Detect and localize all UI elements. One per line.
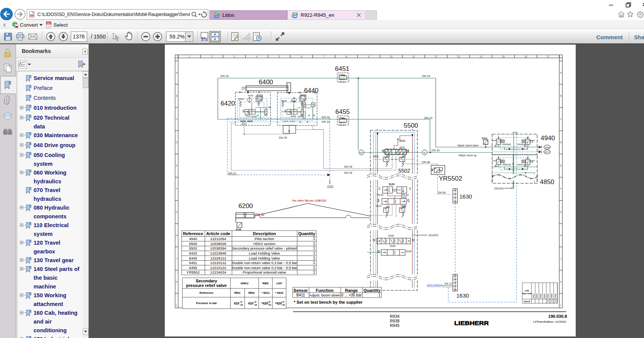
svg-text:-10: -10 (268, 304, 271, 306)
svg-text:H: H (560, 234, 562, 237)
svg-text:DN 06: DN 06 (422, 160, 430, 164)
svg-text:YRA5123: YRA5123 (517, 163, 526, 166)
svg-text:YR8550B: YR8550B (502, 143, 511, 146)
svg-text:0,5 bar: 0,5 bar (339, 124, 345, 126)
svg-text:6429: 6429 (248, 94, 253, 97)
svg-text:K: K (560, 280, 562, 283)
svg-text:6440: 6440 (189, 256, 197, 260)
svg-text:DN 25: DN 25 (344, 171, 352, 175)
svg-text:HDK2 section: HDK2 section (253, 242, 275, 246)
svg-text:R922: R922 (532, 293, 535, 298)
svg-text:*420: *420 (275, 301, 282, 305)
svg-text:5163: 5163 (406, 250, 412, 253)
svg-text:DN 10: DN 10 (422, 74, 430, 78)
svg-text:6442: 6442 (291, 115, 296, 117)
svg-text:4940: 4940 (189, 237, 197, 241)
svg-text:Adjust. boom down: Adjust. boom down (309, 293, 340, 297)
svg-text:K: K (176, 280, 178, 283)
svg-text:11: 11 (412, 55, 415, 58)
svg-text:C: C (176, 118, 178, 120)
svg-text:R945: R945 (390, 323, 399, 328)
svg-text:Secondary pressure relief valv: Secondary pressure relief valve - pilote… (232, 246, 297, 250)
svg-text:LFR: LFR (525, 290, 529, 292)
svg-text:6422: 6422 (245, 114, 251, 117)
svg-text:For other DN see 12587222: For other DN see 12587222 (292, 199, 327, 202)
svg-text:pressure relief valve: pressure relief valve (186, 283, 227, 288)
svg-text:5502: 5502 (398, 168, 410, 174)
svg-text:R938: R938 (390, 319, 399, 323)
svg-text:R930: R930 (543, 293, 546, 298)
svg-text:5: 5 (279, 55, 280, 58)
svg-text:5502: 5502 (248, 291, 255, 295)
svg-text:Quantity: Quantity (364, 288, 381, 293)
svg-text:E: E (176, 164, 178, 167)
svg-text:0,5 bar: 0,5 bar (339, 81, 345, 83)
svg-text:6420-6440/T: 6420-6440/T (427, 284, 442, 287)
svg-text:DN 25: DN 25 (279, 136, 287, 139)
svg-text:B198: B198 (236, 228, 242, 231)
svg-text:11838028: 11838028 (210, 242, 226, 246)
svg-text:1: 1 (313, 256, 315, 260)
svg-text:Reference: Reference (183, 231, 203, 236)
svg-text:LFR/en/Edition: 12/2020: LFR/en/Edition: 12/2020 (533, 320, 567, 324)
svg-text:0,3 bar: 0,3 bar (338, 117, 345, 119)
svg-text:R926: R926 (539, 293, 542, 298)
svg-text:1630: 1630 (456, 292, 469, 299)
svg-text:DN 10: DN 10 (322, 120, 330, 123)
svg-text:6445: 6445 (282, 99, 287, 102)
svg-text:Gen.8: Gen.8 (524, 300, 530, 303)
svg-text:410: 410 (234, 301, 239, 305)
svg-text:1: 1 (313, 261, 315, 265)
svg-text:DN 32: DN 32 (255, 213, 264, 216)
svg-text:Reference: Reference (200, 291, 213, 295)
svg-text:59.2%: 59.2% (169, 34, 185, 40)
svg-text:12: 12 (435, 55, 438, 58)
svg-text:M17: M17 (545, 151, 549, 153)
svg-text:B411: B411 (296, 293, 305, 297)
svg-text:1: 1 (313, 251, 315, 255)
svg-text:Proportional solenoid valve: Proportional solenoid valve (243, 270, 286, 274)
svg-text:10038394: 10038394 (210, 246, 226, 250)
svg-text:12223848: 12223848 (210, 251, 226, 255)
svg-text:5164: 5164 (390, 245, 396, 247)
svg-text:5500: 5500 (189, 242, 197, 246)
svg-text:12210122: 12210122 (210, 261, 226, 265)
svg-text:6449: 6449 (298, 115, 303, 117)
svg-text:1: 1 (313, 246, 315, 250)
svg-text:B: B (176, 95, 177, 97)
svg-text:1630: 1630 (327, 184, 333, 188)
svg-text:B411: B411 (482, 137, 488, 139)
svg-text:3: 3 (233, 55, 235, 58)
svg-text:YR5502: YR5502 (439, 175, 462, 182)
svg-text:9: 9 (368, 55, 370, 58)
svg-text:5129: 5129 (401, 196, 407, 199)
svg-text:App roval: App roval (522, 292, 532, 295)
svg-text:*420: *420 (261, 301, 268, 305)
svg-text:PDF: PDF (47, 22, 51, 24)
svg-text:A: A (560, 71, 562, 74)
svg-text:Quantity: Quantity (298, 231, 316, 236)
svg-text:1: 1 (313, 242, 315, 246)
svg-text:4850: 4850 (540, 178, 554, 186)
svg-text:J: J (176, 257, 177, 260)
svg-text:5160: 5160 (388, 234, 394, 237)
svg-text:DN 10: DN 10 (431, 149, 440, 152)
svg-text:C: C (560, 118, 562, 120)
svg-text:5502: 5502 (189, 246, 197, 250)
svg-text:YRA5503: YRA5503 (517, 143, 526, 146)
svg-text:G: G (560, 211, 562, 213)
svg-text:Range: Range (345, 288, 358, 293)
svg-text:L: L (560, 304, 562, 306)
svg-text:0 ... >35 bar: 0 ... >35 bar (341, 293, 362, 297)
svg-text:1: 1 (313, 270, 315, 274)
svg-text:3310/A1: 3310/A1 (494, 187, 504, 190)
svg-text:6200: 6200 (238, 202, 253, 210)
svg-text:R934: R934 (547, 293, 549, 298)
svg-text:5501: 5501 (373, 155, 379, 158)
svg-text:5503: 5503 (399, 146, 405, 149)
svg-text:2010/P2: 2010/P2 (428, 234, 438, 237)
svg-text:190.030.8: 190.030.8 (548, 314, 567, 319)
svg-text:17: 17 (547, 55, 550, 58)
svg-text:D: D (176, 141, 178, 144)
svg-text:M13: M13 (360, 152, 363, 154)
